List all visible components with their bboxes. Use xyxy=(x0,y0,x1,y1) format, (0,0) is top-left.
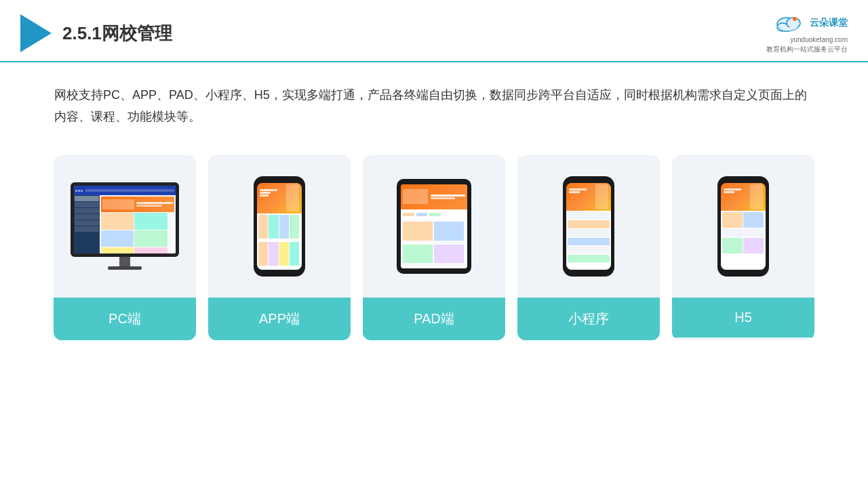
monitor-frame xyxy=(71,182,179,257)
mini-phone-screen xyxy=(566,183,611,270)
mini-phone-mockup xyxy=(563,176,614,277)
platform-cards: PC端 xyxy=(0,142,868,361)
card-app-image xyxy=(208,155,351,298)
pad-screen xyxy=(401,184,467,268)
page-header: 2.5.1网校管理 云朵课堂 yunduoketang.com 教育机构一站式服… xyxy=(0,0,868,62)
cloud-icon xyxy=(773,12,806,34)
card-app: APP端 xyxy=(208,155,351,340)
brand-subtitle: yunduoketang.com 教育机构一站式服务云平台 xyxy=(766,35,848,54)
card-h5-label: H5 xyxy=(672,298,814,338)
description-text: 网校支持PC、APP、PAD、小程序、H5，实现多端打通，产品各终端自由切换，数… xyxy=(0,62,868,142)
card-pad-label: PAD端 xyxy=(363,298,505,340)
page-title: 2.5.1网校管理 xyxy=(62,22,172,45)
brand-logo: 云朵课堂 yunduoketang.com 教育机构一站式服务云平台 xyxy=(766,12,848,54)
pad-mockup xyxy=(397,179,471,274)
card-h5-image xyxy=(672,155,814,298)
brand-name: 云朵课堂 xyxy=(810,17,848,29)
card-app-label: APP端 xyxy=(208,298,351,340)
logo-triangle-icon xyxy=(20,14,52,52)
header-left: 2.5.1网校管理 xyxy=(20,14,172,52)
card-pc-image xyxy=(54,155,196,298)
app-phone-mockup xyxy=(254,176,305,277)
card-pc: PC端 xyxy=(54,155,196,340)
h5-phone-mockup xyxy=(717,176,769,277)
card-h5: H5 xyxy=(672,155,814,340)
card-pad-image xyxy=(363,155,505,298)
monitor-screen xyxy=(74,186,176,253)
pc-mockup xyxy=(71,182,179,270)
card-pad: PAD端 xyxy=(363,155,505,340)
card-miniprogram-image xyxy=(517,155,660,298)
app-phone-screen xyxy=(257,183,302,270)
card-miniprogram-label: 小程序 xyxy=(517,298,660,340)
brand-icon: 云朵课堂 xyxy=(773,12,848,34)
h5-phone-screen xyxy=(721,183,766,270)
card-pc-label: PC端 xyxy=(54,298,196,340)
card-miniprogram: 小程序 xyxy=(517,155,660,340)
